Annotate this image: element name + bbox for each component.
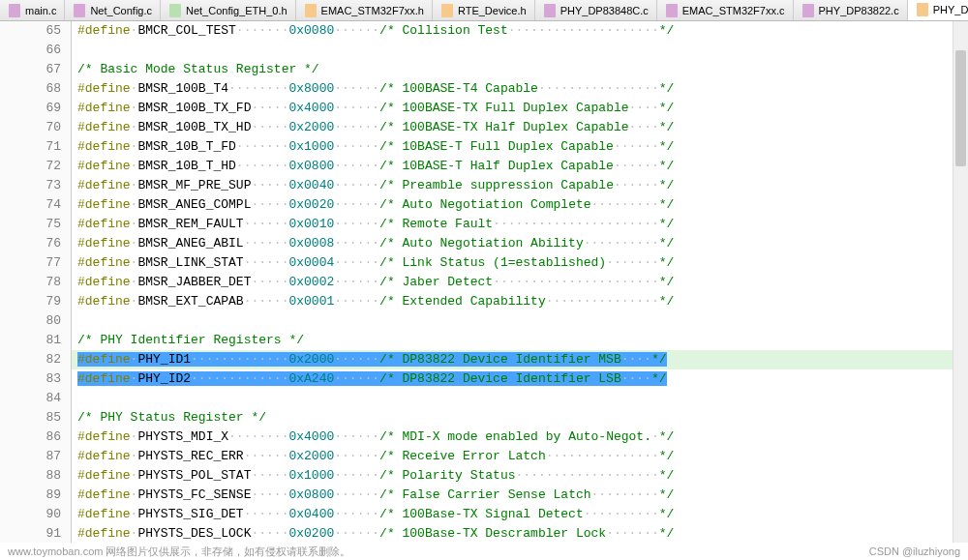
- file-icon: [916, 3, 929, 16]
- file-icon: [168, 4, 182, 17]
- tab-label: main.c: [25, 5, 56, 16]
- code-line[interactable]: /* PHY Status Register */: [72, 408, 968, 427]
- tab-emac-stm32f7xx-h[interactable]: EMAC_STM32F7xx.h: [296, 0, 433, 20]
- code-line[interactable]: #define·BMSR_EXT_CAPAB······0x0001······…: [72, 292, 968, 311]
- tab-label: PHY_DP83822.h: [933, 4, 968, 15]
- file-icon: [543, 4, 557, 17]
- line-number: 80: [0, 311, 61, 331]
- code-line[interactable]: #define·BMSR_ANEG_ABIL······0x0008······…: [72, 234, 968, 253]
- tab-label: PHY_DP83822.c: [819, 5, 899, 16]
- tab-label: RTE_Device.h: [458, 5, 527, 16]
- tab-main-c[interactable]: main.c: [0, 0, 65, 20]
- footer-right-text: CSDN @iluzhiyong: [869, 545, 960, 557]
- line-number: 74: [0, 195, 61, 215]
- code-line[interactable]: #define·BMSR_100B_TX_FD·····0x4000······…: [72, 99, 968, 118]
- tab-label: EMAC_STM32F7xx.c: [682, 5, 785, 16]
- code-line[interactable]: #define·BMCR_COL_TEST·······0x0080······…: [72, 21, 968, 41]
- code-line[interactable]: /* Basic Mode Status Register */: [72, 60, 968, 79]
- tab-label: Net_Config.c: [90, 5, 152, 16]
- line-number: 78: [0, 273, 61, 292]
- svg-rect-4: [441, 4, 453, 17]
- code-line[interactable]: [72, 311, 968, 331]
- code-line[interactable]: #define·BMSR_10B_T_HD·······0x0800······…: [72, 157, 968, 176]
- code-line[interactable]: #define·BMSR_100B_T4········0x8000······…: [72, 79, 968, 99]
- code-line[interactable]: #define·PHYSTS_REC_ERR······0x2000······…: [72, 447, 968, 466]
- line-number: 91: [0, 524, 61, 543]
- code-area[interactable]: #define·BMCR_COL_TEST·······0x0080······…: [72, 21, 968, 543]
- file-icon: [8, 4, 21, 17]
- tab-rte-device-h[interactable]: RTE_Device.h: [433, 0, 535, 20]
- tab-label: PHY_DP83848C.c: [560, 5, 649, 16]
- line-number: 72: [0, 157, 61, 176]
- code-line[interactable]: #define·BMSR_LINK_STAT······0x0004······…: [72, 253, 968, 273]
- line-number: 77: [0, 253, 61, 273]
- line-number: 71: [0, 137, 61, 157]
- code-line[interactable]: #define·PHYSTS_MDI_X········0x4000······…: [72, 427, 968, 447]
- file-icon: [440, 4, 454, 17]
- code-line[interactable]: #define·PHYSTS_DES_LOCK·····0x0200······…: [72, 524, 968, 543]
- code-line[interactable]: #define·PHYSTS_POL_STAT·····0x1000······…: [72, 466, 968, 486]
- tab-net-config-c[interactable]: Net_Config.c: [65, 0, 161, 20]
- svg-rect-3: [305, 4, 317, 17]
- line-number: 66: [0, 41, 61, 60]
- line-number: 76: [0, 234, 61, 253]
- line-number: 81: [0, 331, 61, 350]
- code-line[interactable]: #define·BMSR_10B_T_FD·······0x1000······…: [72, 137, 968, 157]
- code-line[interactable]: #define·BMSR_MF_PRE_SUP·····0x0040······…: [72, 176, 968, 195]
- line-number: 84: [0, 389, 61, 408]
- tab-phy-dp83822-c[interactable]: PHY_DP83822.c: [794, 0, 908, 20]
- svg-rect-6: [666, 4, 678, 17]
- code-line[interactable]: #define·PHY_ID2·············0xA240······…: [72, 369, 968, 389]
- file-icon: [304, 4, 318, 17]
- code-line[interactable]: #define·PHYSTS_FC_SENSE·····0x0800······…: [72, 486, 968, 505]
- line-number: 67: [0, 60, 61, 79]
- line-number: 83: [0, 369, 61, 389]
- svg-rect-0: [9, 4, 20, 17]
- code-line[interactable]: [72, 41, 968, 60]
- code-line[interactable]: #define·BMSR_100B_TX_HD·····0x2000······…: [72, 118, 968, 137]
- line-number: 89: [0, 486, 61, 505]
- line-number: 87: [0, 447, 61, 466]
- line-number: 73: [0, 176, 61, 195]
- line-number: 65: [0, 21, 61, 41]
- code-line[interactable]: /* PHY Identifier Registers */: [72, 331, 968, 350]
- code-line[interactable]: #define·BMSR_ANEG_COMPL·····0x0020······…: [72, 195, 968, 215]
- footer-bar: www.toymoban.com 网络图片仅供展示，非存储，如有侵权请联系删除。…: [0, 543, 968, 560]
- vertical-scrollbar[interactable]: [953, 21, 968, 543]
- code-line[interactable]: #define·BMSR_REM_FAULT······0x0010······…: [72, 215, 968, 234]
- line-number: 75: [0, 215, 61, 234]
- code-line[interactable]: [72, 389, 968, 408]
- code-line[interactable]: #define·PHYSTS_SIG_DET······0x0400······…: [72, 505, 968, 524]
- line-number: 68: [0, 79, 61, 99]
- scrollbar-thumb[interactable]: [955, 50, 966, 166]
- tab-net-config-eth-0-h[interactable]: Net_Config_ETH_0.h: [161, 0, 296, 20]
- tab-phy-dp83848c-c[interactable]: PHY_DP83848C.c: [535, 0, 657, 20]
- tab-phy-dp83822-h[interactable]: PHY_DP83822.h: [908, 0, 968, 20]
- line-number: 82: [0, 350, 61, 369]
- line-number: 86: [0, 427, 61, 447]
- svg-rect-1: [74, 4, 85, 17]
- line-number: 70: [0, 118, 61, 137]
- svg-rect-5: [544, 4, 556, 17]
- file-icon: [665, 4, 679, 17]
- tab-emac-stm32f7xx-c[interactable]: EMAC_STM32F7xx.c: [657, 0, 794, 20]
- line-number: 69: [0, 99, 61, 118]
- svg-rect-7: [802, 4, 814, 17]
- tab-label: Net_Config_ETH_0.h: [186, 5, 287, 16]
- footer-left-text: www.toymoban.com 网络图片仅供展示，非存储，如有侵权请联系删除。: [8, 545, 350, 559]
- line-number: 90: [0, 505, 61, 524]
- code-editor[interactable]: 6566676869707172737475767778798081828384…: [0, 21, 968, 543]
- file-icon: [802, 4, 815, 17]
- svg-rect-8: [917, 3, 928, 16]
- svg-rect-2: [169, 4, 181, 17]
- line-number: 79: [0, 292, 61, 311]
- line-number-gutter: 6566676869707172737475767778798081828384…: [0, 21, 72, 543]
- file-icon: [73, 4, 86, 17]
- tab-label: EMAC_STM32F7xx.h: [321, 5, 424, 16]
- code-line[interactable]: #define·BMSR_JABBER_DET·····0x0002······…: [72, 273, 968, 292]
- code-line[interactable]: #define·PHY_ID1·············0x2000······…: [72, 350, 968, 369]
- line-number: 88: [0, 466, 61, 486]
- line-number: 85: [0, 408, 61, 427]
- tab-bar: main.cNet_Config.cNet_Config_ETH_0.hEMAC…: [0, 0, 968, 21]
